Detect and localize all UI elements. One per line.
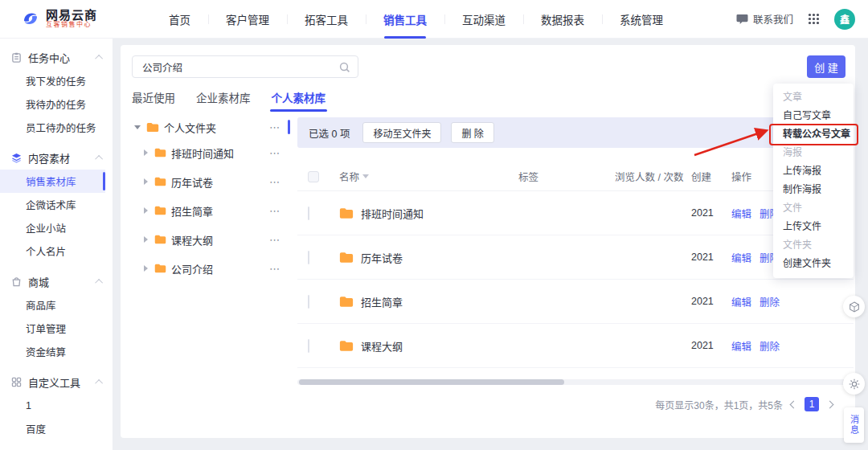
sidebar-section-custom-tools[interactable]: 自定义工具	[0, 370, 113, 394]
edit-link[interactable]: 编辑	[731, 250, 751, 265]
logo: 网易云商 互客销售中心	[0, 9, 106, 29]
topbar: 网易云商 互客销售中心 首页 客户管理 拓客工具 销售工具 互动渠道 数据报表 …	[0, 0, 868, 39]
search-input[interactable]	[133, 56, 358, 77]
more-actions-icon[interactable]	[269, 148, 280, 158]
delete-button[interactable]: 删 除	[451, 122, 493, 143]
table-row[interactable]: 课程大纲 2021 编辑 删除	[297, 324, 854, 368]
next-page-icon[interactable]	[826, 400, 834, 408]
menu-item-write-article[interactable]: 自己写文章	[773, 107, 854, 125]
prev-page-icon[interactable]	[790, 400, 798, 408]
nav-item-customers[interactable]: 客户管理	[208, 0, 287, 39]
nav-item-home[interactable]: 首页	[151, 0, 208, 39]
material-tabs: 最近使用 企业素材库 个人素材库	[132, 89, 326, 112]
nav-item-sales-tools[interactable]: 销售工具	[366, 0, 444, 39]
edit-link[interactable]: 编辑	[731, 338, 751, 354]
sidebar-item-my-issued-tasks[interactable]: 我下发的任务	[0, 69, 113, 92]
chevron-up-icon	[95, 54, 103, 62]
menu-item-upload-poster[interactable]: 上传海报	[773, 162, 854, 181]
caret-right-icon[interactable]	[144, 149, 148, 156]
search-icon[interactable]	[339, 62, 350, 73]
sidebar-section-task-center[interactable]: 任务中心	[0, 45, 113, 69]
table-row[interactable]: 招生简章 2021 编辑 删除	[297, 280, 854, 324]
contact-us[interactable]: 联系我们	[736, 11, 793, 27]
more-actions-icon[interactable]	[269, 264, 280, 274]
page-number[interactable]: 1	[805, 397, 819, 411]
create-button[interactable]: 创 建	[807, 55, 845, 78]
sidebar-item-product-library[interactable]: 商品库	[0, 293, 113, 317]
tab-enterprise-library[interactable]: 企业素材库	[196, 89, 251, 112]
user-avatar[interactable]: 鑫	[834, 9, 855, 30]
menu-item-make-poster[interactable]: 制作海报	[773, 181, 854, 199]
sidebar-item-staff-todo-tasks[interactable]: 员工待办的任务	[0, 116, 113, 139]
message-float-button[interactable]: 消息	[844, 407, 864, 443]
content-card: 创 建 最近使用 企业素材库 个人素材库 个人文件夹 排班时间通知 历年试卷	[121, 45, 855, 438]
tree-label: 课程大纲	[171, 232, 213, 248]
table-row[interactable]: 排班时间通知 2021 编辑 删除	[297, 191, 854, 235]
nav-item-system[interactable]: 系统管理	[602, 0, 681, 39]
column-header-actions: 操作	[731, 169, 751, 184]
sidebar-item-wecom-scripts[interactable]: 企微话术库	[0, 193, 113, 216]
widget-cube-button[interactable]	[843, 296, 865, 317]
apps-grid-icon[interactable]	[808, 13, 820, 25]
sidebar-item-personal-card[interactable]: 个人名片	[0, 239, 113, 263]
topbar-right: 联系我们 鑫	[736, 9, 868, 30]
sidebar-item-custom-1[interactable]: 1	[0, 394, 113, 417]
settings-gear-button[interactable]	[843, 373, 865, 395]
select-all-checkbox[interactable]	[308, 171, 319, 182]
horizontal-scrollbar	[297, 379, 854, 385]
sidebar-item-sales-material-library[interactable]: 销售素材库	[0, 170, 105, 193]
tree-root-personal-folder[interactable]: 个人文件夹	[131, 116, 290, 138]
tab-personal-library[interactable]: 个人素材库	[272, 89, 326, 112]
caret-right-icon[interactable]	[144, 178, 148, 185]
move-to-folder-button[interactable]: 移动至文件夹	[362, 122, 441, 143]
menu-group-file: 文件	[773, 199, 854, 218]
sidebar-item-baidu[interactable]: 百度	[0, 417, 113, 440]
menu-item-upload-file[interactable]: 上传文件	[773, 218, 854, 236]
sort-icon[interactable]	[362, 174, 369, 178]
scrollbar-thumb[interactable]	[299, 379, 564, 385]
sidebar-section-content-material[interactable]: 内容素材	[0, 145, 113, 170]
row-checkbox[interactable]	[308, 339, 309, 353]
column-header-created: 创建	[691, 169, 711, 184]
row-checkbox[interactable]	[308, 207, 309, 220]
contact-label: 联系我们	[753, 11, 793, 27]
row-created: 2021	[691, 296, 731, 307]
caret-right-icon[interactable]	[144, 265, 148, 272]
tree-item-company-intro[interactable]: 公司介绍	[131, 254, 290, 283]
row-checkbox[interactable]	[308, 251, 309, 264]
edit-link[interactable]: 编辑	[731, 294, 751, 309]
sidebar-item-company-site[interactable]: 企业小站	[0, 216, 113, 239]
tab-recently-used[interactable]: 最近使用	[132, 89, 175, 112]
tree-item-course-outline[interactable]: 课程大纲	[131, 225, 290, 254]
caret-right-icon[interactable]	[144, 207, 148, 214]
app-title: 网易云商	[46, 9, 97, 22]
sidebar-item-order-management[interactable]: 订单管理	[0, 317, 113, 340]
folder-icon	[154, 235, 166, 244]
sidebar-section-mall[interactable]: 商城	[0, 269, 113, 293]
row-checkbox[interactable]	[308, 295, 309, 309]
tree-item-shift-notice[interactable]: 排班时间通知	[131, 138, 290, 167]
folder-tree: 个人文件夹 排班时间通知 历年试卷 招生简章 课程大纲	[131, 116, 290, 283]
caret-down-icon[interactable]	[134, 125, 141, 129]
sidebar-item-fund-settlement[interactable]: 资金结算	[0, 340, 113, 363]
menu-item-repost-official-article[interactable]: 转载公众号文章	[773, 125, 854, 144]
menu-group-article: 文章	[773, 88, 854, 107]
nav-item-channels[interactable]: 互动渠道	[444, 0, 523, 39]
delete-link[interactable]: 删除	[760, 294, 780, 309]
table-header-row: 名称 标签 浏览人数 / 次数 创建 操作	[297, 162, 854, 191]
tree-item-past-exams[interactable]: 历年试卷	[131, 167, 290, 196]
more-actions-icon[interactable]	[269, 177, 280, 187]
sidebar-item-my-todo-tasks[interactable]: 我待办的任务	[0, 92, 113, 116]
caret-right-icon[interactable]	[144, 236, 148, 243]
nav-item-reports[interactable]: 数据报表	[523, 0, 602, 39]
nav-item-prospecting[interactable]: 拓客工具	[287, 0, 366, 39]
menu-item-create-folder[interactable]: 创建文件夹	[773, 255, 854, 273]
tree-item-admission-brochure[interactable]: 招生简章	[131, 196, 290, 225]
more-actions-icon[interactable]	[269, 122, 280, 133]
more-actions-icon[interactable]	[269, 206, 280, 216]
menu-group-poster: 海报	[773, 144, 854, 162]
edit-link[interactable]: 编辑	[731, 206, 751, 221]
more-actions-icon[interactable]	[269, 235, 280, 245]
table-row[interactable]: 历年试卷 2021 编辑 删除	[297, 235, 854, 280]
delete-link[interactable]: 删除	[760, 338, 780, 354]
